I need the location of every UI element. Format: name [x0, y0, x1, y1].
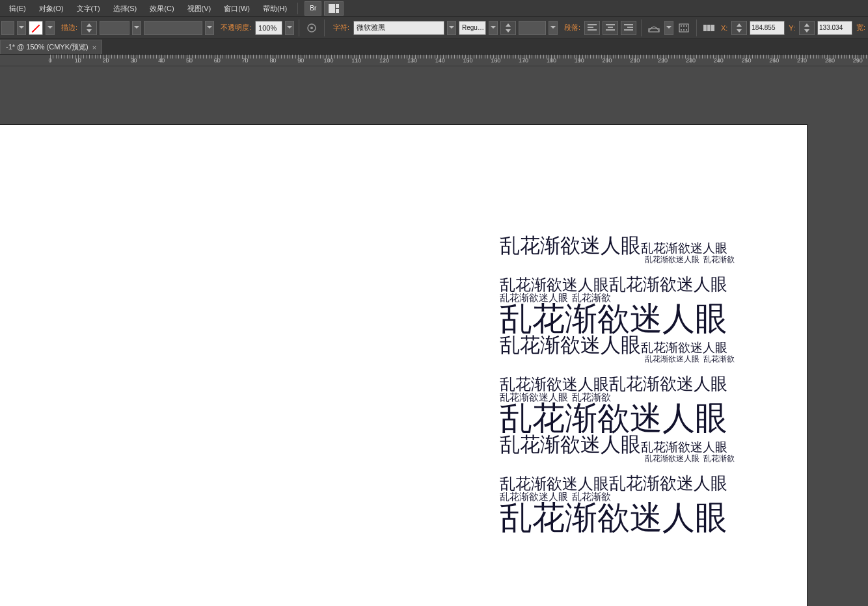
svg-rect-6 — [679, 24, 688, 32]
menu-effect[interactable]: 效果(C) — [143, 0, 180, 17]
paragraph-label: 段落: — [560, 23, 582, 33]
menu-bar: 辑(E) 对象(O) 文字(T) 选择(S) 效果(C) 视图(V) 窗口(W)… — [0, 0, 868, 17]
document-tab-title: -1* @ 150% (CMYK/预览) — [6, 42, 88, 52]
svg-rect-15 — [711, 25, 714, 31]
y-field[interactable]: 133.034 — [817, 21, 852, 35]
menu-type[interactable]: 文字(T) — [70, 0, 107, 17]
menu-help[interactable]: 帮助(H) — [256, 0, 293, 17]
font-family-field[interactable]: 微软雅黑 — [353, 21, 444, 35]
menu-select[interactable]: 选择(S) — [107, 0, 144, 17]
font-size-field[interactable] — [519, 21, 546, 35]
svg-point-9 — [686, 25, 687, 27]
separator — [299, 20, 299, 36]
text-line[interactable]: 乱花渐欲迷人眼 — [500, 277, 609, 293]
text-line[interactable]: 乱花渐欲迷人眼 — [645, 454, 699, 475]
stroke-weight-field[interactable] — [100, 21, 129, 35]
text-line[interactable]: 乱花渐欲迷人眼 — [500, 476, 609, 492]
text-line[interactable]: 乱花渐欲迷人眼 — [609, 276, 727, 293]
text-line[interactable]: 乱花渐欲迷人眼 — [500, 434, 641, 454]
options-bar: 描边: 不透明度: 100% 字符: 微软雅黑 Regu… 段落: X: 184… — [0, 17, 868, 39]
svg-rect-13 — [703, 25, 707, 31]
align-right-icon[interactable] — [621, 21, 636, 35]
artboard[interactable]: 乱花渐欲迷人眼乱花渐欲迷人眼 乱花渐欲迷人眼乱花渐欲迷人眼乱花渐欲 乱花渐欲迷人… — [0, 125, 807, 606]
character-label: 字符: — [329, 23, 351, 33]
warp-envelope-icon[interactable] — [646, 21, 662, 35]
svg-point-11 — [683, 29, 685, 31]
text-line[interactable]: 乱花渐欲迷人眼 — [500, 501, 727, 534]
svg-rect-2 — [336, 9, 339, 13]
align-panel-icon[interactable] — [701, 21, 717, 35]
text-line[interactable]: 乱花渐欲 — [703, 355, 735, 375]
svg-rect-14 — [707, 25, 711, 31]
bridge-button[interactable]: Br — [305, 1, 321, 16]
document-tab-row: -1* @ 150% (CMYK/预览) × — [0, 39, 868, 55]
close-icon[interactable]: × — [92, 44, 96, 51]
text-line[interactable]: 乱花渐欲 — [703, 256, 735, 276]
separator — [696, 20, 697, 36]
text-line[interactable]: 乱花渐欲迷人眼 — [641, 341, 727, 354]
text-line[interactable]: 乱花渐欲迷人眼 — [500, 302, 727, 335]
envelope-mesh-icon[interactable] — [676, 21, 692, 35]
separator — [641, 20, 642, 36]
canvas-workspace[interactable]: 乱花渐欲迷人眼乱花渐欲迷人眼 乱花渐欲迷人眼乱花渐欲迷人眼乱花渐欲 乱花渐欲迷人… — [0, 66, 868, 606]
recolor-artwork-icon[interactable] — [304, 21, 319, 35]
opacity-dropdown[interactable] — [285, 21, 294, 35]
text-line[interactable]: 乱花渐欲迷人眼 — [609, 375, 727, 392]
svg-point-7 — [681, 25, 682, 27]
layout-icon — [329, 4, 339, 13]
stroke-profile-dropdown[interactable] — [205, 21, 214, 35]
text-line[interactable]: 乱花渐欲迷人眼 — [500, 376, 609, 392]
text-line[interactable]: 乱花渐欲迷人眼 — [645, 256, 699, 276]
svg-point-12 — [686, 29, 687, 31]
opacity-field[interactable]: 100% — [255, 21, 282, 35]
width-label: 宽: — [855, 23, 867, 33]
menu-separator — [297, 3, 298, 14]
y-label: Y: — [787, 24, 796, 32]
align-left-icon[interactable] — [584, 21, 600, 35]
menu-window[interactable]: 窗口(W) — [217, 0, 256, 17]
stroke-swatch-dropdown[interactable] — [46, 21, 55, 35]
font-style-field[interactable]: Regu… — [459, 21, 486, 35]
font-size-stepper[interactable] — [500, 21, 516, 35]
menu-view[interactable]: 视图(V) — [181, 0, 218, 17]
svg-point-8 — [683, 25, 685, 27]
separator — [324, 20, 325, 36]
fill-chip[interactable] — [1, 21, 14, 35]
text-line[interactable]: 乱花渐欲迷人眼 — [500, 335, 641, 355]
fill-dropdown[interactable] — [17, 21, 26, 35]
x-field[interactable]: 184.855 — [750, 21, 785, 35]
stroke-weight-dropdown[interactable] — [132, 21, 141, 35]
font-family-dropdown[interactable] — [447, 21, 456, 35]
stroke-weight-stepper[interactable] — [81, 21, 97, 35]
text-line[interactable]: 乱花渐欲迷人眼 — [500, 402, 727, 434]
font-style-dropdown[interactable] — [489, 21, 498, 35]
align-center-icon[interactable] — [603, 21, 618, 35]
y-stepper[interactable] — [799, 21, 815, 35]
stroke-label: 描边: — [57, 23, 79, 33]
horizontal-ruler[interactable]: 0102030405060708090100110120130140150160… — [0, 55, 868, 66]
menu-edit[interactable]: 辑(E) — [3, 0, 33, 17]
x-stepper[interactable] — [731, 21, 747, 35]
text-line[interactable]: 乱花渐欲 — [703, 454, 735, 475]
stroke-profile-field[interactable] — [144, 21, 202, 35]
text-line[interactable]: 乱花渐欲迷人眼 — [641, 441, 727, 453]
svg-rect-0 — [329, 4, 335, 13]
text-line[interactable]: 乱花渐欲迷人眼 — [500, 235, 641, 256]
text-line[interactable]: 乱花渐欲迷人眼 — [609, 475, 727, 492]
text-line[interactable]: 乱花渐欲迷人眼 — [641, 242, 727, 254]
stroke-none-swatch[interactable] — [29, 21, 43, 35]
workspace-layout-button[interactable] — [324, 1, 344, 16]
warp-dropdown[interactable] — [664, 21, 673, 35]
text-art-group[interactable]: 乱花渐欲迷人眼乱花渐欲迷人眼 乱花渐欲迷人眼乱花渐欲迷人眼乱花渐欲 乱花渐欲迷人… — [500, 235, 737, 534]
svg-point-4 — [310, 27, 313, 29]
menu-object[interactable]: 对象(O) — [33, 0, 70, 17]
svg-point-10 — [681, 29, 682, 31]
font-size-dropdown[interactable] — [549, 21, 558, 35]
document-tab[interactable]: -1* @ 150% (CMYK/预览) × — [0, 40, 102, 54]
opacity-label: 不透明度: — [217, 23, 252, 33]
svg-rect-1 — [336, 4, 339, 8]
x-label: X: — [720, 24, 729, 32]
text-line[interactable]: 乱花渐欲迷人眼 — [645, 355, 699, 375]
